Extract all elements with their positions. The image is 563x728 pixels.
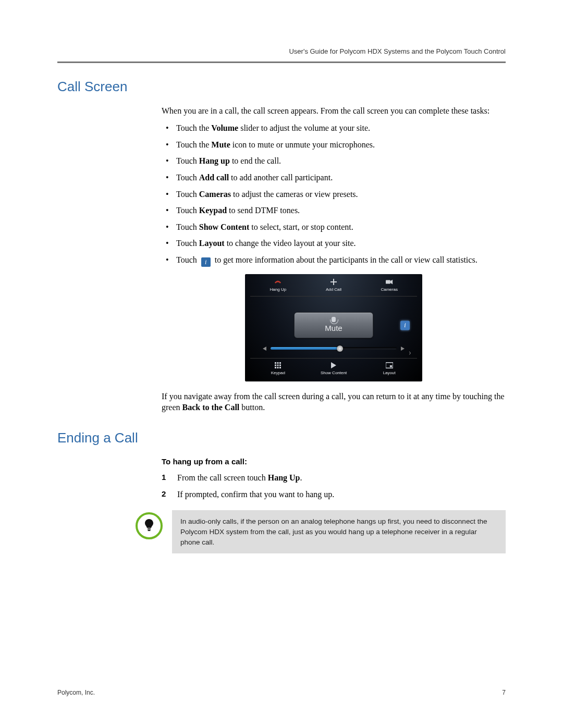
page: User's Guide for Polycom HDX Systems and… <box>0 0 563 728</box>
footer-company: Polycom, Inc. <box>57 688 95 697</box>
svg-rect-9 <box>279 367 281 368</box>
svg-rect-3 <box>279 362 281 364</box>
page-footer: Polycom, Inc. 7 <box>57 688 506 697</box>
post-figure-paragraph: If you navigate away from the call scree… <box>162 391 506 413</box>
info-button[interactable]: i <box>400 320 410 330</box>
list-item: Touch Show Content to select, start, or … <box>162 221 506 233</box>
call-screen-figure: Hang Up Add Call Cameras <box>245 274 422 381</box>
svg-rect-5 <box>277 364 279 366</box>
running-header: User's Guide for Polycom HDX Systems and… <box>57 47 506 56</box>
mute-button[interactable]: Mute <box>294 312 373 338</box>
svg-rect-0 <box>386 280 390 284</box>
note: In audio-only calls, if the person on an… <box>136 510 506 553</box>
note-bulb-icon <box>136 512 163 539</box>
device-middle: Mute i <box>250 299 417 356</box>
volume-down-icon <box>263 347 266 351</box>
note-text: In audio-only calls, if the person on an… <box>172 510 506 553</box>
volume-slider[interactable] <box>254 347 413 351</box>
list-item: Touch Cameras to adjust the cameras or v… <box>162 189 506 200</box>
header-rule <box>57 61 506 63</box>
subheading-hang-up: To hang up from a call: <box>162 456 506 467</box>
svg-rect-6 <box>279 364 281 366</box>
task-list: Touch the Volume slider to adjust the vo… <box>162 122 506 267</box>
layout-icon <box>386 362 393 369</box>
svg-rect-8 <box>277 367 279 368</box>
step-item: From the call screen touch Hang Up. <box>162 472 506 484</box>
volume-thumb[interactable] <box>337 346 343 352</box>
add-call-button[interactable]: Add Call <box>306 278 362 293</box>
camera-icon <box>386 278 393 286</box>
list-item: Touch Layout to change the video layout … <box>162 238 506 249</box>
svg-rect-13 <box>148 530 151 531</box>
hang-up-icon <box>274 278 282 286</box>
heading-call-screen: Call Screen <box>57 78 506 96</box>
svg-rect-7 <box>275 367 276 368</box>
list-item: Touch Add call to add another call parti… <box>162 172 506 183</box>
volume-up-icon <box>401 347 405 351</box>
keypad-icon <box>274 362 282 369</box>
list-item: Touch Keypad to send DTMF tones. <box>162 205 506 216</box>
list-item: Touch i to get more information about th… <box>162 254 506 267</box>
page-number: 7 <box>502 688 506 697</box>
play-icon <box>330 362 337 369</box>
svg-rect-1 <box>275 362 276 364</box>
device-bottom-row: Keypad Show Content Layout <box>250 358 417 376</box>
mic-icon <box>332 317 336 322</box>
list-item: Touch the Volume slider to adjust the vo… <box>162 122 506 134</box>
list-item: Touch the Mute icon to mute or unmute yo… <box>162 139 506 151</box>
steps-list: From the call screen touch Hang Up. If p… <box>162 472 506 500</box>
show-content-button[interactable]: Show Content <box>306 362 362 376</box>
svg-rect-11 <box>390 365 392 367</box>
layout-button[interactable]: Layout <box>361 362 417 376</box>
keypad-button[interactable]: Keypad <box>250 362 306 376</box>
hang-up-button[interactable]: Hang Up <box>250 278 306 293</box>
step-item: If prompted, confirm that you want to ha… <box>162 489 506 500</box>
volume-fill <box>271 347 340 350</box>
svg-rect-2 <box>277 362 279 364</box>
svg-rect-4 <box>275 364 276 366</box>
heading-ending-call: Ending a Call <box>57 429 506 447</box>
list-item: Touch Hang up to end the call. <box>162 155 506 167</box>
plus-icon <box>330 278 337 286</box>
intro-paragraph: When you are in a call, the call screen … <box>162 105 506 117</box>
volume-track <box>271 347 397 350</box>
cameras-button[interactable]: Cameras <box>361 278 417 293</box>
device-top-row: Hang Up Add Call Cameras <box>250 278 417 297</box>
info-icon: i <box>201 257 211 267</box>
svg-rect-12 <box>148 528 151 529</box>
